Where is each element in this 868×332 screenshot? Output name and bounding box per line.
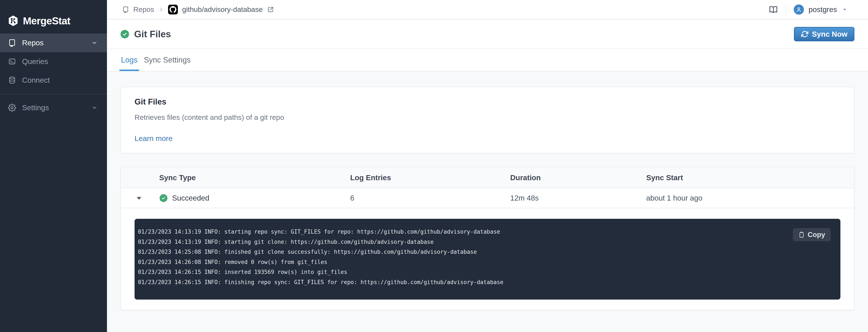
sidebar-item-settings[interactable]: Settings (0, 98, 107, 117)
sidebar-divider (0, 94, 107, 94)
caret-down-icon (842, 7, 848, 12)
column-header-log-entries: Log Entries (350, 173, 510, 182)
sidebar-item-connect[interactable]: Connect (0, 71, 107, 90)
log-line: 01/23/2023 14:25:08 INFO: finished git c… (138, 247, 835, 257)
log-line: 01/23/2023 14:13:19 INFO: starting repo … (138, 227, 835, 237)
github-avatar (168, 5, 178, 14)
tab-label: Logs (121, 56, 137, 64)
copy-button-label: Copy (808, 231, 825, 239)
sidebar-item-label: Settings (22, 103, 49, 112)
database-icon (8, 76, 16, 84)
topbar-divider (786, 4, 786, 14)
tab-label: Sync Settings (144, 56, 191, 64)
log-line: 01/23/2023 14:13:19 INFO: starting git c… (138, 237, 835, 247)
sync-icon (801, 30, 809, 38)
sidebar-nav: Repos Queries (0, 33, 107, 117)
user-avatar-icon (794, 4, 804, 14)
sync-success-icon (121, 30, 129, 38)
page-header: Git Files Sync Now (107, 20, 868, 49)
sidebar: MergeStat Repos (0, 0, 107, 332)
tab-logs[interactable]: Logs (119, 49, 139, 71)
chevron-right-icon (158, 7, 164, 12)
sync-now-label: Sync Now (812, 30, 847, 38)
column-header-sync-start: Sync Start (646, 173, 854, 182)
breadcrumb-repo-link[interactable]: github/advisory-database (182, 5, 263, 13)
column-header-duration: Duration (510, 173, 646, 182)
log-entries-value: 6 (350, 194, 510, 202)
chevron-down-icon (91, 104, 98, 111)
check-circle-icon (160, 194, 167, 202)
tab-sync-settings[interactable]: Sync Settings (142, 49, 192, 71)
content: Git Files Retrieves files (content and p… (107, 71, 868, 332)
topbar-right: postgres (769, 4, 848, 14)
chevron-down-icon (91, 40, 98, 46)
sync-start-value: about 1 hour ago (646, 194, 854, 202)
topbar: Repos github/advisory-database (107, 0, 868, 20)
log-line: 01/23/2023 14:26:15 INFO: finishing repo… (138, 277, 835, 288)
table-row[interactable]: Succeeded 6 12m 48s about 1 hour ago (121, 188, 854, 208)
copy-button[interactable]: Copy (793, 228, 831, 241)
external-link-icon[interactable] (267, 6, 274, 13)
expand-caret-icon[interactable] (137, 197, 141, 200)
breadcrumb-repos-link[interactable]: Repos (133, 5, 154, 13)
info-card-description: Retrieves files (content and paths) of a… (134, 112, 840, 122)
sync-status: Succeeded (172, 194, 209, 202)
terminal-icon (8, 58, 16, 66)
log-line: 01/23/2023 14:26:15 INFO: inserted 19356… (138, 267, 835, 277)
main-column: Repos github/advisory-database (107, 0, 868, 332)
sync-status-cell: Succeeded (121, 194, 350, 202)
table-header-row: Sync Type Log Entries Duration Sync Star… (121, 167, 854, 188)
book-icon (122, 6, 129, 13)
learn-more-link[interactable]: Learn more (134, 134, 173, 143)
book-icon (8, 39, 16, 47)
sidebar-item-repos[interactable]: Repos (0, 33, 107, 52)
page-title: Git Files (134, 29, 171, 39)
user-menu[interactable]: postgres (794, 4, 848, 14)
column-header-sync-type: Sync Type (121, 173, 350, 182)
gear-icon (8, 104, 16, 112)
breadcrumb: Repos github/advisory-database (122, 5, 274, 14)
sync-now-button[interactable]: Sync Now (794, 27, 855, 41)
mergestat-logo-icon (8, 15, 19, 26)
duration-value: 12m 48s (510, 194, 646, 202)
sidebar-item-label: Queries (22, 57, 48, 66)
sync-info-card: Git Files Retrieves files (content and p… (121, 87, 855, 153)
sidebar-item-label: Connect (22, 76, 50, 85)
info-card-title: Git Files (134, 97, 840, 107)
sidebar-item-queries[interactable]: Queries (0, 52, 107, 71)
sync-logs-table: Sync Type Log Entries Duration Sync Star… (121, 167, 855, 310)
mergestat-logo[interactable]: MergeStat (0, 0, 107, 33)
page-title-wrap: Git Files (121, 29, 171, 39)
user-name: postgres (809, 5, 837, 14)
sidebar-item-label: Repos (22, 39, 43, 47)
open-book-icon[interactable] (769, 5, 778, 14)
log-output: Copy 01/23/2023 14:13:19 INFO: starting … (134, 219, 840, 300)
mergestat-logo-text: MergeStat (23, 15, 70, 27)
log-section: Copy 01/23/2023 14:13:19 INFO: starting … (121, 208, 854, 310)
clipboard-icon (798, 232, 805, 238)
log-line: 01/23/2023 14:26:08 INFO: removed 0 row(… (138, 257, 835, 267)
tab-bar: Logs Sync Settings (107, 49, 868, 71)
